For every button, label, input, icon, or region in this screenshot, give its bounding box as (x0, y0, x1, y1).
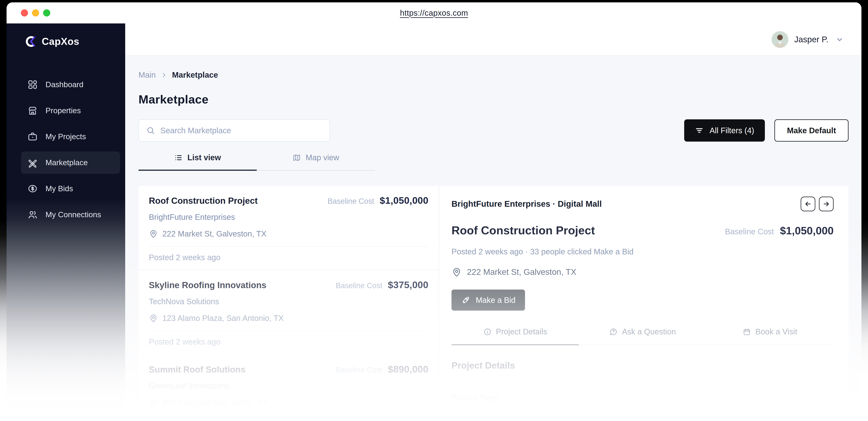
topbar: Jasper P. (125, 24, 862, 56)
make-a-bid-button[interactable]: Make a Bid (452, 290, 525, 311)
listing-card[interactable]: Skyline Roofing Innovations Baseline Cos… (138, 270, 439, 355)
sidebar-nav: Dashboard Properties (21, 73, 120, 226)
marketplace-icon (27, 157, 38, 168)
listing-card[interactable]: Roof Construction Project Baseline Cost … (138, 186, 439, 270)
listing-posted: Posted 2 weeks ago (149, 253, 220, 262)
storefront-icon (27, 105, 38, 116)
listing-card[interactable]: Summit Roof Solutions Baseline Cost $890… (138, 355, 439, 408)
listing-price: $1,050,000 (380, 195, 428, 206)
tab-project-details-label: Project Details (496, 327, 547, 336)
listing-detail-panel: BrightFuture Enterprises · Digital Mall (439, 186, 848, 421)
listing-title: Skyline Roofing Innovations (149, 280, 267, 290)
listing-title: Summit Roof Solutions (149, 365, 245, 375)
sidebar-item-label: My Bids (45, 184, 73, 193)
all-filters-button[interactable]: All Filters (4) (684, 119, 765, 141)
sidebar-item-properties[interactable]: Properties (21, 99, 120, 122)
detail-pager (801, 197, 834, 211)
filter-icon (695, 126, 704, 135)
detail-baseline-label: Baseline Cost (725, 227, 774, 236)
listing-price: $375,000 (388, 280, 428, 290)
previous-listing-button[interactable] (801, 197, 815, 211)
breadcrumb-main[interactable]: Main (138, 70, 156, 79)
app-root: CapXos Dashboard (6, 24, 862, 421)
listing-price: $890,000 (388, 364, 428, 375)
detail-address: 222 Market St, Galveston, TX (467, 267, 576, 277)
sidebar-item-my-bids[interactable]: My Bids (21, 177, 120, 200)
next-listing-button[interactable] (819, 197, 834, 211)
project-type-label: Project Type (452, 393, 834, 402)
detail-posted-meta: Posted 2 weeks ago · 33 people clicked M… (452, 247, 834, 256)
search-row: All Filters (4) Make Default (138, 119, 848, 141)
user-name[interactable]: Jasper P. (794, 35, 829, 44)
sidebar-item-my-connections[interactable]: My Connections (21, 203, 120, 226)
chevron-down-icon[interactable] (836, 36, 843, 43)
calendar-icon (743, 328, 751, 336)
listings-list: Roof Construction Project Baseline Cost … (138, 186, 439, 421)
sidebar-item-marketplace[interactable]: Marketplace (21, 152, 120, 174)
breadcrumb-current: Marketplace (172, 70, 218, 79)
tab-map-view[interactable]: Map view (257, 153, 375, 170)
tab-map-view-label: Map view (306, 153, 339, 162)
view-tabs: List view Map view (138, 153, 375, 171)
info-icon (483, 328, 492, 336)
listing-address: 456 Congress Ave, Austin, TX (162, 398, 268, 407)
listing-address: 222 Market St, Galveston, TX (162, 229, 267, 238)
make-a-bid-label: Make a Bid (476, 296, 516, 304)
tab-ask-a-question[interactable]: Ask a Question (579, 327, 706, 345)
breadcrumb: Main Marketplace (138, 70, 848, 79)
sidebar-item-dashboard[interactable]: Dashboard (21, 73, 120, 96)
all-filters-label: All Filters (4) (710, 126, 754, 135)
tab-list-view[interactable]: List view (138, 153, 257, 170)
section-divider (452, 384, 834, 384)
search-icon (146, 126, 155, 135)
detail-title: Roof Construction Project (452, 224, 595, 237)
tab-book-a-visit[interactable]: Book a Visit (706, 327, 834, 345)
baseline-cost-label: Baseline Cost (336, 281, 382, 290)
logo-wordmark: CapXos (42, 36, 79, 47)
close-window-button[interactable] (21, 9, 28, 17)
zoom-window-button[interactable] (43, 9, 50, 17)
tab-ask-a-question-label: Ask a Question (622, 327, 676, 336)
sidebar: CapXos Dashboard (6, 24, 125, 421)
rocket-icon (461, 295, 471, 305)
listing-title: Roof Construction Project (149, 196, 258, 206)
capxos-logo-icon (24, 34, 38, 48)
user-avatar[interactable] (772, 31, 788, 48)
tab-book-a-visit-label: Book a Visit (755, 327, 797, 336)
tab-project-details[interactable]: Project Details (452, 327, 579, 345)
map-icon (292, 154, 301, 162)
chevron-right-icon (161, 72, 167, 78)
traffic-lights (21, 9, 50, 17)
toolbar-actions: All Filters (4) Make Default (684, 119, 848, 141)
avatar-photo (772, 31, 788, 48)
baseline-cost-label: Baseline Cost (328, 197, 374, 205)
detail-price: $1,050,000 (780, 224, 834, 237)
arrow-right-icon (823, 200, 830, 208)
page-content: Main Marketplace Marketplace (125, 56, 862, 421)
marketplace-panels: Roof Construction Project Baseline Cost … (138, 186, 848, 421)
briefcase-icon (27, 131, 38, 142)
map-pin-icon (149, 398, 158, 407)
listing-company: TechNova Solutions (149, 297, 428, 306)
list-icon (174, 154, 183, 162)
listing-address: 123 Alamo Plaza, San Antonio, TX (162, 314, 284, 323)
map-pin-icon (149, 314, 158, 323)
app-logo[interactable]: CapXos (21, 34, 120, 48)
make-default-button[interactable]: Make Default (774, 119, 848, 141)
browser-chrome: https://capxos.com (6, 2, 862, 24)
search-box (138, 119, 330, 141)
search-input[interactable] (160, 126, 322, 135)
dashboard-icon (27, 79, 38, 90)
sidebar-item-my-projects[interactable]: My Projects (21, 126, 120, 148)
main-area: Jasper P. Main Marketplace Marketplace (125, 24, 862, 421)
listing-company: BrightFuture Enterprises (149, 213, 428, 222)
address-bar-url[interactable]: https://capxos.com (400, 8, 468, 18)
detail-company-line: BrightFuture Enterprises · Digital Mall (452, 199, 602, 209)
tab-list-view-label: List view (187, 153, 221, 162)
page-title: Marketplace (138, 93, 848, 106)
minimize-window-button[interactable] (32, 9, 39, 17)
map-pin-icon (149, 229, 158, 238)
dollar-coin-icon (27, 183, 38, 194)
sidebar-item-label: Marketplace (45, 158, 88, 167)
sidebar-item-label: Properties (45, 106, 81, 115)
